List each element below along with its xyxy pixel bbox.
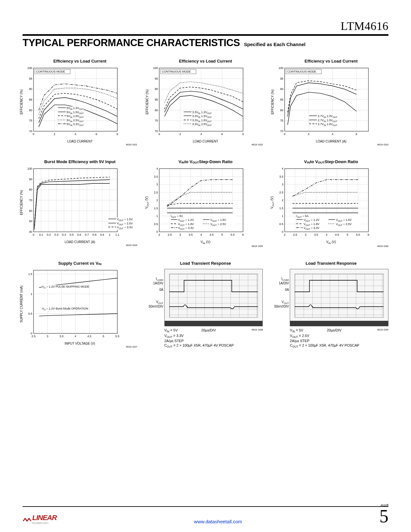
section-title: TYPICAL PERFORMANCE CHARACTERISTICS (23, 37, 240, 48)
svg-text:2.5: 2.5 (154, 191, 158, 194)
fig-code: 4616 G07 (23, 345, 137, 348)
svg-text:0: 0 (31, 332, 32, 335)
svg-text:100: 100 (279, 66, 283, 70)
chart-cell: VIN to VOUT Step-Down Ratio22.533.544.55… (148, 154, 263, 248)
svg-text:95: 95 (155, 77, 158, 80)
svg-text:3.5: 3.5 (314, 233, 318, 236)
fig-code: 4616 G03 (274, 143, 388, 146)
svg-text:6: 6 (242, 233, 244, 236)
svg-text:50: 50 (29, 220, 32, 223)
chart-cell: Load Transient Response ILOAD1A/DIV 0A V… (274, 256, 388, 349)
chart-title: VIN to VOUT Step-Down Ratio (274, 154, 388, 164)
chart-cell: Supply Current vs VIN2.533.544.555.500.5… (23, 256, 137, 349)
section-subtitle: Specified as Each Channel (244, 42, 306, 47)
x-axis-label: LOAD CURRENT (148, 140, 263, 143)
chart-cell: Efficiency vs Load Current02468707580859… (148, 54, 263, 146)
svg-text:75: 75 (280, 119, 283, 122)
svg-text:2: 2 (158, 233, 160, 236)
svg-text:CONTINUOUS MODE: CONTINUOUS MODE (162, 70, 191, 73)
page-number: 5 (379, 508, 388, 524)
svg-text:5: 5 (103, 335, 104, 338)
y-axis-label: EFFICIENCY (%) (20, 190, 23, 215)
svg-text:2: 2 (54, 133, 55, 136)
svg-text:75: 75 (155, 119, 158, 122)
scope-screenshot: ILOAD1A/DIV 0A VOUT50mV/DIV (164, 269, 263, 326)
svg-text:70: 70 (29, 130, 32, 133)
svg-text:CONTINUOUS MODE: CONTINUOUS MODE (36, 70, 65, 73)
svg-text:8: 8 (242, 133, 244, 136)
svg-text:100: 100 (27, 66, 32, 70)
svg-text:0.6: 0.6 (77, 233, 82, 236)
svg-text:2.5: 2.5 (279, 191, 284, 194)
scope-conditions: VIN = 5V 20µs/DIV 4616 G08 VOUT = 3.3V 2… (148, 328, 263, 349)
svg-text:0.3: 0.3 (54, 233, 59, 236)
chart-title: Supply Current vs VIN (23, 256, 137, 266)
y-axis-label: VOUT (V) (270, 196, 275, 209)
svg-text:2: 2 (308, 133, 309, 136)
chart-cell: Efficiency vs Load Current02467075808590… (274, 54, 388, 146)
fig-code: 4616 G06 (274, 245, 388, 248)
svg-text:4: 4 (282, 167, 283, 170)
chart-cell: VIN to VOUT Step-Down Ratio22.533.544.55… (274, 154, 388, 248)
svg-text:3.5: 3.5 (189, 233, 193, 236)
svg-text:3: 3 (179, 233, 181, 236)
svg-text:3: 3 (156, 183, 158, 186)
svg-text:0.2: 0.2 (47, 233, 51, 236)
y-axis-label: EFFICIENCY (%) (20, 89, 23, 114)
svg-text:8: 8 (116, 133, 118, 136)
svg-text:3: 3 (47, 335, 48, 338)
svg-text:0.5: 0.5 (279, 222, 284, 226)
svg-text:70: 70 (280, 130, 283, 133)
part-number: LTM4616 (23, 19, 388, 33)
fig-code: 4616 G05 (148, 245, 263, 248)
svg-text:60: 60 (29, 209, 32, 212)
svg-text:6: 6 (356, 133, 357, 136)
svg-text:0: 0 (33, 133, 34, 136)
logo-text: LINEAR (32, 514, 57, 522)
svg-text:2: 2 (156, 199, 158, 202)
y-axis-label: EFFICIENCY (%) (271, 89, 274, 114)
svg-text:6: 6 (95, 133, 97, 136)
svg-text:3.5: 3.5 (279, 175, 284, 178)
svg-text:6: 6 (221, 133, 223, 136)
svg-text:1.5: 1.5 (154, 207, 158, 210)
y-axis-label: SUPPLY CURRENT (mA) (20, 286, 23, 322)
chart-cell: Load Transient Response ILOAD1A/DIV 0A V… (148, 256, 263, 349)
svg-text:100: 100 (153, 66, 158, 70)
svg-text:0.5: 0.5 (70, 233, 74, 236)
svg-text:100: 100 (27, 167, 32, 170)
svg-text:80: 80 (280, 109, 283, 112)
linear-logo: LINEAR TECHNOLOGY (23, 514, 57, 524)
svg-text:90: 90 (280, 87, 283, 91)
svg-text:4.5: 4.5 (210, 233, 214, 236)
fig-code: 4616 G02 (148, 143, 263, 146)
svg-text:95: 95 (280, 77, 283, 80)
svg-text:0: 0 (156, 230, 158, 233)
y-axis-label: VOUT (V) (145, 196, 149, 209)
chart-cell: Efficiency vs Load Current02468707580859… (23, 54, 137, 146)
svg-text:2.5: 2.5 (32, 335, 36, 338)
svg-text:5.5: 5.5 (230, 233, 235, 236)
svg-text:85: 85 (155, 98, 158, 101)
svg-text:5.5: 5.5 (115, 335, 119, 338)
x-axis-label: LOAD CURRENT (A) (274, 140, 388, 143)
svg-text:4: 4 (74, 133, 76, 136)
footer-rule (23, 506, 388, 507)
y-axis-label: EFFICIENCY (%) (145, 89, 149, 114)
x-axis-label: LOAD CURRENT (23, 140, 137, 143)
svg-text:80: 80 (29, 109, 32, 112)
svg-text:0.5: 0.5 (28, 312, 32, 315)
svg-text:1: 1 (282, 214, 283, 218)
svg-text:40: 40 (29, 230, 32, 233)
svg-text:80: 80 (155, 109, 158, 112)
svg-text:4.5: 4.5 (335, 233, 339, 236)
svg-text:2.5: 2.5 (168, 233, 172, 236)
svg-text:95: 95 (29, 77, 32, 80)
rule-top-heavy (23, 34, 388, 36)
svg-text:5.5: 5.5 (356, 233, 360, 236)
svg-text:4: 4 (326, 233, 328, 236)
svg-text:3.5: 3.5 (59, 335, 64, 338)
svg-text:1: 1 (109, 233, 111, 236)
footer-url[interactable]: www.datasheetall.com (194, 519, 242, 524)
svg-text:90: 90 (155, 87, 158, 91)
